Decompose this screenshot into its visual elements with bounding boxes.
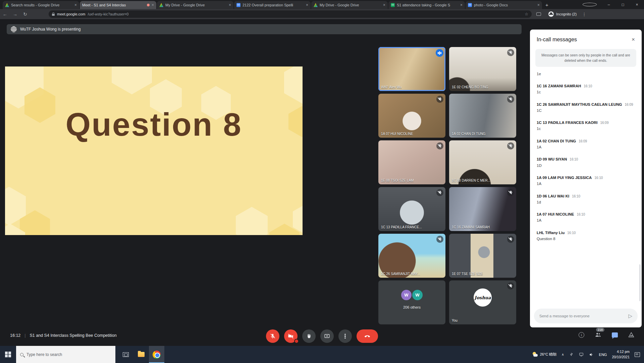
chat-message-sender: 1C 26 SAMRANJIT MAYTHUS CAELAN LEUNG16:0…: [537, 102, 635, 107]
task-view-button[interactable]: [118, 346, 133, 363]
weather-widget[interactable]: 26°C 晴朗: [532, 352, 557, 357]
video-tile[interactable]: 1E 02 CHENG BO TING: [449, 47, 516, 91]
tab-strip-tabs: Search results - Google Drive×Meet - S1 …: [0, 1, 543, 9]
participant-name-label: 1C 26 SAMRANJIT MAY...: [381, 272, 420, 276]
participants-button[interactable]: 218: [594, 331, 602, 338]
slide-title: Question 8: [5, 106, 303, 143]
browser-tab[interactable]: 2122 Overall preparation Spelli×: [234, 1, 311, 9]
new-tab-button[interactable]: +: [545, 2, 548, 8]
hidden-icons-chevron[interactable]: ∧: [561, 353, 564, 356]
forward-button[interactable]: →: [10, 11, 20, 17]
browser-tab[interactable]: My Drive - Google Drive×: [157, 1, 233, 9]
language-indicator[interactable]: ENG: [599, 353, 607, 357]
chat-message-sender: 1A 09 LAM PUI YING JESSICA16:10: [537, 175, 635, 180]
browser-tab[interactable]: S1 attendance taking - Google S×: [388, 1, 465, 9]
video-tile[interactable]: 1E 07 TSE SZE SZE: [449, 234, 516, 278]
browser-menu-icon[interactable]: ⋮: [582, 12, 586, 17]
network-icon[interactable]: [579, 352, 584, 357]
chat-message-sender: 1A 07 HUI NICOLINE16:10: [537, 212, 635, 217]
video-tile[interactable]: WKF Alex Wu: [378, 47, 445, 91]
tray-time: 4:12 pm: [612, 349, 630, 354]
participants-icon: [594, 331, 602, 338]
clock-widget[interactable]: 4:12 pm 20/10/2021: [612, 349, 630, 359]
chat-input[interactable]: Send a message to everyone ▷: [534, 309, 638, 323]
folder-icon: [138, 352, 145, 357]
video-tile[interactable]: 1A 07 HUI NICOLINE: [378, 94, 445, 138]
more-options-button[interactable]: [338, 329, 352, 343]
meeting-clock: 16:12: [10, 333, 20, 338]
video-tile[interactable]: 1A 02 CHAN DI TUNG: [449, 94, 516, 138]
chat-scrollbar[interactable]: [639, 264, 641, 301]
participant-name-label: You: [452, 319, 458, 322]
speaking-indicator-icon: [436, 49, 443, 57]
send-message-icon[interactable]: ▷: [628, 313, 632, 319]
media-cast-icon[interactable]: [536, 12, 541, 16]
camera-warning-badge: [294, 339, 299, 344]
tab-close-icon[interactable]: ×: [229, 3, 231, 7]
divider: |: [24, 333, 25, 338]
mic-glyph: [438, 191, 442, 194]
meeting-details-icon[interactable]: i: [579, 332, 584, 338]
file-explorer-button[interactable]: [133, 346, 149, 363]
chat-message: 1D 09 WU SIYAN16:101D: [537, 156, 635, 168]
reload-button[interactable]: ↻: [20, 11, 30, 17]
raise-hand-button[interactable]: [302, 329, 316, 343]
tab-title: Meet - S1 and S4 Interclas: [82, 3, 145, 7]
call-controls: [266, 329, 378, 343]
self-video-tile[interactable]: JoshuaYou: [449, 280, 516, 324]
chat-message-text: Question 8: [537, 236, 635, 242]
overflow-tile[interactable]: WW206 others: [378, 280, 445, 324]
address-bar[interactable]: meet.google.com /uxf-wsty-kic?authuser=0…: [49, 10, 532, 18]
chat-close-icon[interactable]: ×: [632, 36, 635, 43]
presenting-banner: WuTF Joshua Wong is presenting: [7, 24, 522, 34]
end-call-button[interactable]: [357, 329, 378, 343]
minimize-button[interactable]: –: [602, 2, 616, 7]
tab-close-icon[interactable]: ×: [306, 3, 308, 7]
taskbar-search[interactable]: Type here to search: [16, 346, 115, 363]
docs-icon: [236, 3, 240, 7]
chat-toggle-icon[interactable]: [612, 332, 618, 337]
chat-message-list: 1e1C 16 ZAMANI SAMRAH16:101c1C 26 SAMRAN…: [530, 72, 642, 242]
close-button[interactable]: ×: [630, 2, 644, 7]
tab-close-icon[interactable]: ×: [460, 3, 463, 7]
browser-tab[interactable]: Meet - S1 and S4 Interclas×: [80, 1, 156, 9]
bookmark-star-icon[interactable]: ☆: [525, 12, 528, 16]
volume-icon[interactable]: [589, 352, 594, 357]
video-tile[interactable]: 1E 08 TSOI SZE LAM: [378, 140, 445, 184]
present-screen-icon: [324, 333, 330, 339]
participant-name-label: 1A 07 HUI NICOLINE: [381, 132, 413, 136]
action-center-icon[interactable]: [635, 352, 640, 357]
settings-circle-icon[interactable]: [583, 3, 597, 6]
tab-close-icon[interactable]: ×: [152, 3, 154, 7]
weather-icon: [532, 352, 538, 357]
maximize-button[interactable]: □: [616, 2, 630, 7]
start-button[interactable]: [0, 346, 16, 363]
camera-off-button[interactable]: [284, 329, 298, 343]
tab-close-icon[interactable]: ×: [537, 3, 540, 7]
browser-tab[interactable]: Search results - Google Drive×: [3, 1, 79, 9]
present-screen-button[interactable]: [320, 329, 334, 343]
back-button[interactable]: ←: [0, 11, 10, 17]
participant-name-label: 1C 13 PADILLA FRANCE...: [381, 225, 422, 229]
activities-button[interactable]: [628, 331, 635, 338]
video-tile[interactable]: 1C 13 PADILLA FRANCE...: [378, 187, 445, 231]
task-view-icon: [123, 352, 129, 357]
browser-tab[interactable]: My Drive - Google Drive×: [311, 1, 388, 9]
chrome-taskbar-button[interactable]: [149, 346, 164, 363]
participant-name-label: 1E 07 TSE SZE SZE: [452, 272, 483, 276]
browser-tab[interactable]: photo - Google Docs×: [466, 1, 542, 9]
chat-message: 1C 26 SAMRANJIT MAYTHUS CAELAN LEUNG16:0…: [537, 102, 635, 114]
browser-toolbar: ← → ↻ meet.google.com /uxf-wsty-kic?auth…: [0, 9, 644, 19]
chat-message: 1C 16 ZAMANI SAMRAH16:101c: [537, 83, 635, 95]
tab-close-icon[interactable]: ×: [74, 3, 77, 7]
mic-muted-icon: [507, 282, 514, 289]
video-tile[interactable]: 1C 26 SAMRANJIT MAY...: [378, 234, 445, 278]
usb-icon[interactable]: [569, 352, 574, 357]
overflow-avatars: WW: [378, 290, 445, 300]
chat-message-sender: LHL Tiffany Liu16:10: [537, 230, 635, 235]
video-tile[interactable]: 1C 18 DARREN C MER...: [449, 140, 516, 184]
avatar: W: [412, 290, 423, 300]
video-tile[interactable]: 1C 16 ZAMANI SAMRAH: [449, 187, 516, 231]
mic-off-button[interactable]: [266, 329, 279, 343]
tab-close-icon[interactable]: ×: [383, 3, 385, 7]
